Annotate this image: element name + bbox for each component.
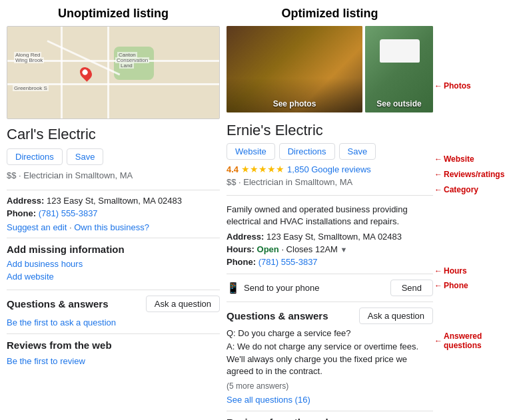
answered-arrow-icon: ← bbox=[434, 336, 442, 345]
unopt-first-review-link[interactable]: Be the first to review bbox=[7, 356, 85, 366]
reviews-arrow-icon: ← bbox=[434, 170, 442, 179]
opt-qa-section: Questions & answers Ask a question Q: Do… bbox=[227, 302, 433, 411]
unopt-directions-button[interactable]: Directions bbox=[7, 148, 63, 165]
phone-arrow-icon: ← bbox=[434, 281, 442, 290]
unopt-ask-button[interactable]: Ask a question bbox=[146, 296, 220, 312]
map-label: Wing Brook bbox=[14, 57, 44, 63]
opt-address-line: Address: 123 Easy St, Smalltown, MA 0248… bbox=[227, 232, 433, 242]
see-all-link[interactable]: See all questions (16) bbox=[227, 395, 310, 405]
unopt-biz-card: Carl's Electric Directions Save $$ · Ele… bbox=[7, 119, 220, 190]
more-answers: (5 more answers) bbox=[227, 381, 433, 391]
unopt-qa-title: Questions & answers bbox=[7, 298, 109, 310]
map-label: Greenbrook S bbox=[13, 85, 49, 91]
category-annotation: ← Category bbox=[434, 185, 478, 194]
map-pin bbox=[77, 65, 94, 81]
send-label: 📱 Send to your phone bbox=[227, 282, 319, 294]
reviews-annotation: ← Reviews/ratings bbox=[434, 170, 504, 179]
right-panel: Optimized listing See photos See outside… bbox=[227, 7, 433, 420]
left-panel: Unoptimized listing Along Red Wing Brook… bbox=[7, 7, 220, 420]
map-road bbox=[61, 27, 63, 118]
opt-ask-button[interactable]: Ask a question bbox=[359, 308, 433, 324]
phone-icon: 📱 bbox=[227, 282, 240, 294]
unopt-address-section: Address: 123 Easy St, Smalltown, MA 0248… bbox=[7, 190, 220, 238]
unopt-save-button[interactable]: Save bbox=[67, 148, 104, 165]
photo-secondary[interactable]: See outside bbox=[365, 26, 433, 112]
right-wrapper: Optimized listing See photos See outside… bbox=[227, 7, 506, 420]
hours-annotation: ← Hours bbox=[434, 266, 467, 276]
unopt-first-ask-link[interactable]: Be the first to ask a question bbox=[7, 317, 116, 327]
unopt-qa-section: Questions & answers Ask a question Be th… bbox=[7, 290, 220, 334]
photos-arrow-icon: ← bbox=[434, 81, 442, 91]
opt-biz-card: Ernie's Electric Website Directions Save… bbox=[227, 118, 433, 196]
address-label: Address: bbox=[7, 196, 44, 206]
send-label-text: Send to your phone bbox=[244, 283, 319, 293]
add-hours-link[interactable]: Add business hours bbox=[7, 259, 220, 269]
opt-reviews-title: Reviews from the web bbox=[227, 417, 433, 420]
own-business-link[interactable]: Own this business? bbox=[74, 222, 149, 232]
opt-hours-line: Hours: Open · Closes 12AM ▼ bbox=[227, 244, 433, 254]
reviews-label: Reviews/ratings bbox=[444, 170, 504, 179]
category-label: Category bbox=[444, 185, 478, 194]
unopt-reviews-section: Reviews from the web Be the first to rev… bbox=[7, 334, 220, 372]
photos-label: Photos bbox=[444, 81, 471, 91]
annotations-panel: ← Photos ← Website ← Reviews/ratings ← C… bbox=[433, 27, 506, 420]
opt-directions-button[interactable]: Directions bbox=[279, 143, 335, 160]
unopt-biz-name: Carl's Electric bbox=[7, 126, 220, 143]
send-button[interactable]: Send bbox=[390, 280, 433, 296]
category-arrow-icon: ← bbox=[434, 185, 442, 194]
opt-phone-link[interactable]: (781) 555-3837 bbox=[258, 257, 318, 267]
add-website-link[interactable]: Add website bbox=[7, 272, 220, 282]
website-arrow-icon: ← bbox=[434, 154, 442, 164]
opt-description: Family owned and operated business provi… bbox=[227, 204, 433, 228]
photo-main-label: See photos bbox=[273, 99, 316, 108]
unopt-category: $$ · Electrician in Smalltown, MA bbox=[7, 170, 220, 180]
phone-label: Phone: bbox=[7, 208, 36, 218]
unopt-phone-link[interactable]: (781) 555-3837 bbox=[39, 208, 98, 218]
opt-save-button[interactable]: Save bbox=[339, 143, 376, 160]
opt-qa-header: Questions & answers Ask a question bbox=[227, 308, 433, 324]
left-title: Unoptimized listing bbox=[7, 7, 220, 21]
hours-dropdown-icon[interactable]: ▼ bbox=[340, 246, 348, 254]
rating-row: 4.4 ★★★★★ 1,850 Google reviews bbox=[227, 164, 433, 174]
map-label: Land bbox=[119, 63, 134, 69]
phone-label: Phone bbox=[444, 281, 468, 290]
hours-open: Open bbox=[257, 244, 279, 254]
opt-website-button[interactable]: Website bbox=[227, 143, 275, 160]
answered-annotation: ← Answered questions bbox=[434, 331, 506, 350]
suggest-edit-link[interactable]: Suggest an edit bbox=[7, 222, 67, 232]
opt-phone-label: Phone: bbox=[227, 257, 256, 267]
website-annotation: ← Website bbox=[434, 154, 474, 164]
unopt-reviews-title: Reviews from the web bbox=[7, 339, 220, 351]
send-phone-section: 📱 Send to your phone Send bbox=[227, 274, 433, 302]
unopt-phone-line: Phone: (781) 555-3837 bbox=[7, 208, 220, 218]
opt-details: Family owned and operated business provi… bbox=[227, 196, 433, 274]
hours-label: Hours bbox=[444, 266, 467, 276]
hours-arrow-icon: ← bbox=[434, 266, 442, 276]
opt-phone-line: Phone: (781) 555-3837 bbox=[227, 257, 433, 267]
missing-info-section: Add missing information Add business hou… bbox=[7, 238, 220, 290]
rating-number: 4.4 bbox=[227, 164, 239, 174]
review-count-link[interactable]: 1,850 Google reviews bbox=[287, 164, 371, 174]
phone-annotation: ← Phone bbox=[434, 281, 468, 290]
photos-annotation: ← Photos bbox=[434, 81, 471, 91]
photo-secondary-label: See outside bbox=[376, 99, 421, 108]
website-label: Website bbox=[444, 154, 474, 164]
opt-hours-label: Hours: bbox=[227, 244, 255, 254]
suggest-links: Suggest an edit · Own this business? bbox=[7, 222, 220, 232]
unopt-address-line: Address: 123 Easy St, Smalltown, MA 0248… bbox=[7, 196, 220, 206]
opt-reviews-section: Reviews from the web 4.4/5 Facebook 1,28… bbox=[227, 411, 433, 420]
opt-address-value: 123 Easy St, Smalltown, MA 02483 bbox=[266, 232, 402, 242]
answered-label: Answered questions bbox=[444, 331, 506, 350]
opt-address-label: Address: bbox=[227, 232, 264, 242]
photo-strip: See photos See outside bbox=[227, 26, 433, 112]
photo-main[interactable]: See photos bbox=[227, 26, 362, 112]
missing-title: Add missing information bbox=[7, 244, 220, 255]
opt-btn-row: Website Directions Save bbox=[227, 143, 433, 160]
right-title: Optimized listing bbox=[227, 7, 433, 21]
opt-category: $$ · Electrician in Smalltown, MA bbox=[227, 177, 433, 187]
opt-qa-title: Questions & answers bbox=[227, 310, 328, 321]
map-area: Along Red Wing Brook Canton Conservation… bbox=[7, 26, 220, 119]
hours-close: · Closes 12AM bbox=[281, 244, 338, 254]
unopt-btn-row: Directions Save bbox=[7, 148, 220, 165]
qa-question: Q: Do you charge a service fee? bbox=[227, 328, 433, 338]
